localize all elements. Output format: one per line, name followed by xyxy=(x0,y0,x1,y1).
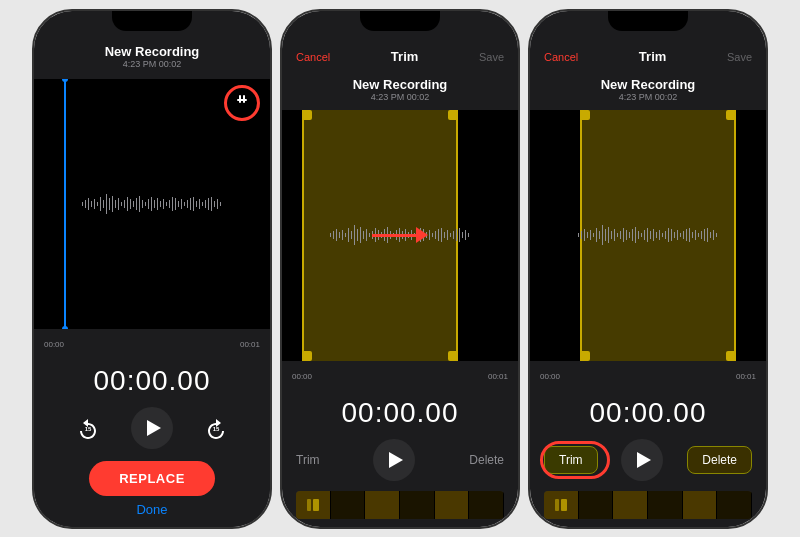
playhead-1 xyxy=(64,79,66,329)
recording-title-3: New Recording xyxy=(530,77,766,92)
recording-title-1: New Recording xyxy=(88,44,216,59)
timeline-labels-2: 00:00 00:01 xyxy=(292,372,508,381)
svg-rect-100 xyxy=(581,231,582,239)
skip-back-btn-1[interactable]: 15 xyxy=(73,413,103,443)
svg-rect-56 xyxy=(348,228,349,242)
svg-rect-128 xyxy=(665,231,666,239)
save-btn-3[interactable]: Save xyxy=(727,51,752,63)
svg-rect-59 xyxy=(357,229,358,241)
svg-rect-83 xyxy=(429,230,430,240)
trim-handle-tr-2[interactable] xyxy=(448,110,458,120)
waveform-bg-2 xyxy=(282,110,518,361)
svg-rect-21 xyxy=(145,202,146,206)
waveform-bg-3 xyxy=(530,110,766,361)
svg-rect-55 xyxy=(345,233,346,237)
svg-rect-62 xyxy=(366,229,367,241)
trim-handle-bl-2[interactable] xyxy=(302,351,312,361)
cancel-btn-2[interactable]: Cancel xyxy=(296,51,330,63)
trim-icon-circle-1 xyxy=(224,85,260,121)
trim-handle-tl-2[interactable] xyxy=(302,110,312,120)
svg-rect-109 xyxy=(608,227,609,243)
save-btn-2[interactable]: Save xyxy=(479,51,504,63)
filmstrip-icon-2 xyxy=(306,498,320,512)
timer-3: 00:00.00 xyxy=(530,389,766,433)
trim-action-btn-2[interactable]: Trim xyxy=(296,453,320,467)
svg-rect-85 xyxy=(435,231,436,239)
svg-rect-10 xyxy=(112,196,113,212)
header-2: Cancel Trim Save xyxy=(282,39,518,75)
timeline-end-2: 00:01 xyxy=(488,372,508,381)
filmstrip-cell-6-2 xyxy=(469,491,504,519)
filmstrip-cell-5-3 xyxy=(683,491,718,519)
svg-rect-51 xyxy=(333,231,334,239)
svg-rect-15 xyxy=(127,197,128,211)
arrow-2 xyxy=(372,227,428,243)
trim-handle-bl-3[interactable] xyxy=(580,351,590,361)
trim-handle-tr-3[interactable] xyxy=(726,110,736,120)
cancel-btn-3[interactable]: Cancel xyxy=(544,51,578,63)
header-title-area-3: Trim xyxy=(578,49,727,64)
timeline-1: 00:00 00:01 xyxy=(34,333,270,357)
svg-rect-9 xyxy=(109,198,110,210)
playhead-dot-top-1 xyxy=(62,79,68,82)
svg-rect-28 xyxy=(166,202,167,206)
svg-rect-5 xyxy=(97,202,98,206)
filmstrip-cell-3-3 xyxy=(613,491,648,519)
svg-rect-143 xyxy=(710,232,711,238)
svg-rect-108 xyxy=(605,229,606,241)
timeline-labels-1: 00:00 00:01 xyxy=(44,340,260,349)
trim-handle-br-3[interactable] xyxy=(726,351,736,361)
filmstrip-cell-2-2 xyxy=(331,491,366,519)
filmstrip-3 xyxy=(544,491,752,519)
svg-rect-20 xyxy=(142,200,143,208)
svg-rect-99 xyxy=(578,233,579,237)
svg-rect-25 xyxy=(157,198,158,210)
svg-rect-104 xyxy=(593,233,594,237)
svg-rect-141 xyxy=(704,229,705,241)
svg-rect-134 xyxy=(683,231,684,239)
play-icon-3 xyxy=(637,452,651,468)
skip-forward-btn-1[interactable]: 15 xyxy=(201,413,231,443)
svg-rect-123 xyxy=(650,231,651,239)
svg-rect-43 xyxy=(211,197,212,211)
filmstrip-cell-4-2 xyxy=(400,491,435,519)
svg-rect-122 xyxy=(647,228,648,242)
trim-action-btn-3[interactable]: Trim xyxy=(544,446,598,474)
replace-button-1[interactable]: REPLACE xyxy=(89,461,215,496)
play-btn-2[interactable] xyxy=(373,439,415,481)
play-btn-3[interactable] xyxy=(621,439,663,481)
recording-title-2: New Recording xyxy=(282,77,518,92)
svg-rect-29 xyxy=(169,200,170,208)
filmstrip-cell-5-2 xyxy=(435,491,470,519)
svg-rect-18 xyxy=(136,198,137,210)
filmstrip-cell-1-3 xyxy=(544,491,579,519)
play-icon-2 xyxy=(389,452,403,468)
trim-handle-tl-3[interactable] xyxy=(580,110,590,120)
delete-action-btn-3[interactable]: Delete xyxy=(687,446,752,474)
timeline-labels-3: 00:00 00:01 xyxy=(540,372,756,381)
main-container: New Recording 4:23 PM 00:02 xyxy=(24,1,776,537)
done-link-1[interactable]: Done xyxy=(48,502,256,517)
svg-rect-147 xyxy=(561,499,567,511)
svg-rect-107 xyxy=(602,225,603,245)
delete-action-btn-2[interactable]: Delete xyxy=(469,453,504,467)
filmstrip-cell-2-3 xyxy=(579,491,614,519)
phone-screen-3: Cancel Trim Save New Recording 4:23 PM 0… xyxy=(530,11,766,527)
svg-rect-138 xyxy=(695,230,696,240)
play-btn-1[interactable] xyxy=(131,407,173,449)
arrow-head-2 xyxy=(416,227,428,243)
svg-rect-126 xyxy=(659,230,660,240)
svg-rect-13 xyxy=(121,202,122,206)
svg-rect-39 xyxy=(199,199,200,209)
recording-subtitle-1: 4:23 PM 00:02 xyxy=(88,59,216,69)
svg-rect-135 xyxy=(686,229,687,241)
svg-rect-60 xyxy=(360,227,361,243)
svg-rect-91 xyxy=(453,231,454,239)
svg-rect-146 xyxy=(555,499,559,511)
svg-rect-144 xyxy=(713,230,714,240)
svg-rect-3 xyxy=(91,201,92,207)
waveform-2 xyxy=(282,110,518,361)
svg-rect-121 xyxy=(644,230,645,240)
trim-handle-br-2[interactable] xyxy=(448,351,458,361)
svg-rect-4 xyxy=(94,199,95,209)
